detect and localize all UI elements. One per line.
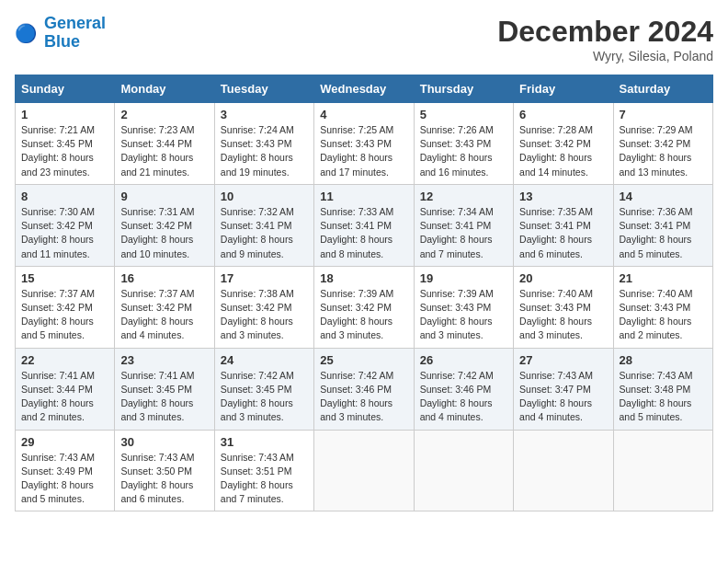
day-info: Sunrise: 7:24 AMSunset: 3:43 PMDaylight:… [221,123,308,179]
day-number: 25 [320,353,407,367]
day-cell: 19Sunrise: 7:39 AMSunset: 3:43 PMDayligh… [414,266,513,348]
day-number: 16 [120,271,208,285]
day-info: Sunrise: 7:35 AMSunset: 3:41 PMDaylight:… [519,205,607,261]
day-cell: 26Sunrise: 7:42 AMSunset: 3:46 PMDayligh… [414,348,513,430]
day-info: Sunrise: 7:37 AMSunset: 3:42 PMDaylight:… [21,287,108,343]
calendar-table: SundayMondayTuesdayWednesdayThursdayFrid… [15,75,713,511]
day-number: 12 [420,190,507,203]
day-cell: 8Sunrise: 7:30 AMSunset: 3:42 PMDaylight… [16,184,115,266]
week-row-3: 15Sunrise: 7:37 AMSunset: 3:42 PMDayligh… [16,266,713,348]
day-cell: 22Sunrise: 7:41 AMSunset: 3:44 PMDayligh… [16,348,115,430]
day-info: Sunrise: 7:41 AMSunset: 3:45 PMDaylight:… [120,369,208,425]
day-info: Sunrise: 7:28 AMSunset: 3:42 PMDaylight:… [519,123,607,179]
day-info: Sunrise: 7:21 AMSunset: 3:45 PMDaylight:… [21,123,108,179]
day-info: Sunrise: 7:42 AMSunset: 3:46 PMDaylight:… [420,369,507,425]
logo: 🔵 GeneralBlue [15,15,106,52]
day-cell: 2Sunrise: 7:23 AMSunset: 3:44 PMDaylight… [115,103,214,185]
week-row-1: 1Sunrise: 7:21 AMSunset: 3:45 PMDaylight… [16,103,713,185]
day-number: 24 [221,353,308,367]
day-info: Sunrise: 7:32 AMSunset: 3:41 PMDaylight:… [221,205,308,261]
day-cell: 14Sunrise: 7:36 AMSunset: 3:41 PMDayligh… [613,184,712,266]
day-number: 23 [120,353,208,367]
day-cell: 16Sunrise: 7:37 AMSunset: 3:42 PMDayligh… [115,266,214,348]
week-row-2: 8Sunrise: 7:30 AMSunset: 3:42 PMDaylight… [16,184,713,266]
day-cell: 6Sunrise: 7:28 AMSunset: 3:42 PMDaylight… [514,103,613,185]
day-cell: 28Sunrise: 7:43 AMSunset: 3:48 PMDayligh… [613,348,712,430]
day-info: Sunrise: 7:31 AMSunset: 3:42 PMDaylight:… [120,205,208,261]
day-cell: 3Sunrise: 7:24 AMSunset: 3:43 PMDaylight… [214,103,313,185]
day-info: Sunrise: 7:40 AMSunset: 3:43 PMDaylight:… [620,287,707,343]
col-header-wednesday: Wednesday [314,75,414,103]
day-info: Sunrise: 7:43 AMSunset: 3:48 PMDaylight:… [620,369,707,425]
day-cell [613,430,712,511]
day-number: 27 [519,353,607,367]
page-header: 🔵 GeneralBlue December 2024 Wyry, Silesi… [15,15,713,63]
day-info: Sunrise: 7:25 AMSunset: 3:43 PMDaylight:… [320,123,407,179]
day-number: 19 [420,271,507,285]
day-cell: 13Sunrise: 7:35 AMSunset: 3:41 PMDayligh… [514,184,613,266]
day-info: Sunrise: 7:43 AMSunset: 3:50 PMDaylight:… [120,451,208,507]
title-block: December 2024 Wyry, Silesia, Poland [497,15,713,63]
day-info: Sunrise: 7:30 AMSunset: 3:42 PMDaylight:… [21,205,108,261]
day-cell: 23Sunrise: 7:41 AMSunset: 3:45 PMDayligh… [115,348,214,430]
day-info: Sunrise: 7:36 AMSunset: 3:41 PMDaylight:… [620,205,707,261]
day-info: Sunrise: 7:33 AMSunset: 3:41 PMDaylight:… [320,205,407,261]
day-number: 21 [620,271,707,285]
day-number: 31 [221,435,308,449]
week-row-5: 29Sunrise: 7:43 AMSunset: 3:49 PMDayligh… [16,430,713,511]
column-header-row: SundayMondayTuesdayWednesdayThursdayFrid… [16,75,713,103]
day-number: 10 [221,190,308,203]
day-info: Sunrise: 7:39 AMSunset: 3:43 PMDaylight:… [420,287,507,343]
col-header-friday: Friday [514,75,613,103]
day-cell: 7Sunrise: 7:29 AMSunset: 3:42 PMDaylight… [613,103,712,185]
day-cell: 15Sunrise: 7:37 AMSunset: 3:42 PMDayligh… [16,266,115,348]
day-cell: 25Sunrise: 7:42 AMSunset: 3:46 PMDayligh… [314,348,414,430]
day-info: Sunrise: 7:42 AMSunset: 3:45 PMDaylight:… [221,369,308,425]
day-number: 3 [221,108,308,121]
day-info: Sunrise: 7:43 AMSunset: 3:51 PMDaylight:… [221,451,308,507]
col-header-monday: Monday [115,75,214,103]
day-cell: 27Sunrise: 7:43 AMSunset: 3:47 PMDayligh… [514,348,613,430]
day-cell: 24Sunrise: 7:42 AMSunset: 3:45 PMDayligh… [214,348,313,430]
day-info: Sunrise: 7:29 AMSunset: 3:42 PMDaylight:… [620,123,707,179]
day-info: Sunrise: 7:37 AMSunset: 3:42 PMDaylight:… [120,287,208,343]
day-cell: 31Sunrise: 7:43 AMSunset: 3:51 PMDayligh… [214,430,313,511]
day-cell: 18Sunrise: 7:39 AMSunset: 3:42 PMDayligh… [314,266,414,348]
day-cell: 4Sunrise: 7:25 AMSunset: 3:43 PMDaylight… [314,103,414,185]
day-info: Sunrise: 7:41 AMSunset: 3:44 PMDaylight:… [21,369,108,425]
day-info: Sunrise: 7:43 AMSunset: 3:49 PMDaylight:… [21,451,108,507]
day-cell [414,430,513,511]
day-cell: 21Sunrise: 7:40 AMSunset: 3:43 PMDayligh… [613,266,712,348]
day-cell: 12Sunrise: 7:34 AMSunset: 3:41 PMDayligh… [414,184,513,266]
day-number: 18 [320,271,407,285]
col-header-thursday: Thursday [414,75,513,103]
day-info: Sunrise: 7:39 AMSunset: 3:42 PMDaylight:… [320,287,407,343]
col-header-saturday: Saturday [613,75,712,103]
week-row-4: 22Sunrise: 7:41 AMSunset: 3:44 PMDayligh… [16,348,713,430]
day-number: 14 [620,190,707,203]
day-cell [514,430,613,511]
day-info: Sunrise: 7:40 AMSunset: 3:43 PMDaylight:… [519,287,607,343]
day-number: 4 [320,108,407,121]
day-number: 28 [620,353,707,367]
day-info: Sunrise: 7:38 AMSunset: 3:42 PMDaylight:… [221,287,308,343]
day-cell [314,430,414,511]
logo-icon: 🔵 [15,20,40,46]
day-cell: 10Sunrise: 7:32 AMSunset: 3:41 PMDayligh… [214,184,313,266]
day-cell: 20Sunrise: 7:40 AMSunset: 3:43 PMDayligh… [514,266,613,348]
page-title: December 2024 [497,15,713,49]
day-number: 8 [21,190,108,203]
col-header-tuesday: Tuesday [214,75,313,103]
day-number: 30 [120,435,208,449]
day-info: Sunrise: 7:23 AMSunset: 3:44 PMDaylight:… [120,123,208,179]
day-cell: 29Sunrise: 7:43 AMSunset: 3:49 PMDayligh… [16,430,115,511]
day-number: 5 [420,108,507,121]
page-subtitle: Wyry, Silesia, Poland [497,49,713,63]
day-number: 26 [420,353,507,367]
day-number: 20 [519,271,607,285]
day-cell: 17Sunrise: 7:38 AMSunset: 3:42 PMDayligh… [214,266,313,348]
day-cell: 1Sunrise: 7:21 AMSunset: 3:45 PMDaylight… [16,103,115,185]
day-number: 17 [221,271,308,285]
day-number: 6 [519,108,607,121]
svg-text:🔵: 🔵 [15,22,38,44]
